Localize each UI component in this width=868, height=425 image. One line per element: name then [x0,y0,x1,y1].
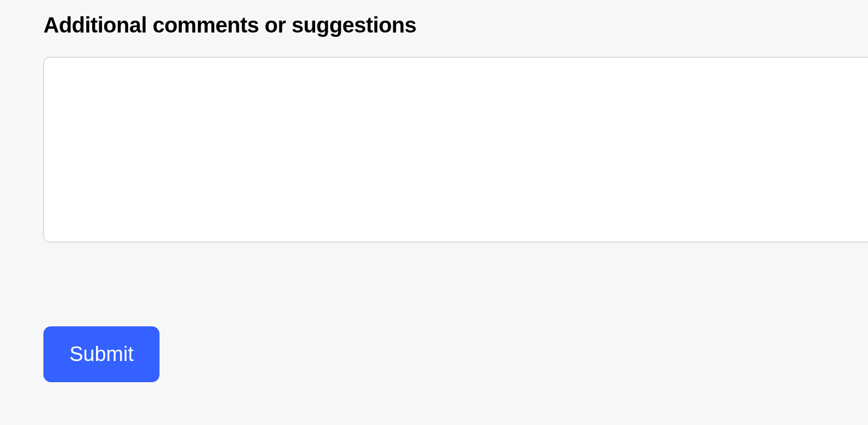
comments-textarea[interactable] [43,57,868,242]
submit-button[interactable]: Submit [43,326,159,382]
form-section: Additional comments or suggestions Submi… [0,0,868,382]
comments-label: Additional comments or suggestions [43,13,868,37]
